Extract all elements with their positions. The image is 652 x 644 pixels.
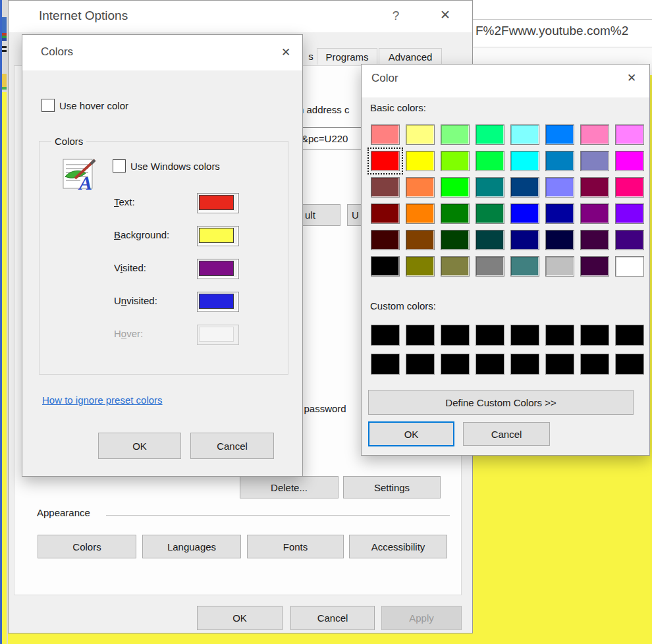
colors-cancel-button[interactable]: Cancel <box>190 433 274 459</box>
appearance-fonts-button[interactable]: Fonts <box>247 535 344 558</box>
basic-color-ffffff[interactable] <box>615 256 644 277</box>
basic-color-00ff40[interactable] <box>475 151 504 171</box>
basic-color-800080[interactable] <box>580 203 609 224</box>
basic-color-008080[interactable] <box>475 177 504 198</box>
basic-color-ff80ff[interactable] <box>615 124 644 145</box>
basic-color-8000ff[interactable] <box>615 203 644 224</box>
tab-s[interactable]: s <box>304 48 318 65</box>
appearance-languages-button[interactable]: Languages <box>142 535 241 558</box>
toolbar-icon-fragment-black1 <box>2 46 7 48</box>
basic-color-808080[interactable] <box>475 256 504 277</box>
settings-button[interactable]: Settings <box>343 476 441 498</box>
color-swatch-button[interactable] <box>197 193 239 213</box>
basic-color-004040[interactable] <box>475 230 504 250</box>
basic-color-400000[interactable] <box>371 230 400 250</box>
colors-ok-button[interactable]: OK <box>98 433 181 459</box>
basic-color-ff8000[interactable] <box>406 203 435 224</box>
basic-color-008000[interactable] <box>441 203 470 224</box>
basic-color-004080[interactable] <box>510 177 539 198</box>
custom-color-swatch[interactable] <box>441 325 470 346</box>
basic-color-ff0000[interactable] <box>371 151 400 171</box>
basic-color-80ff00[interactable] <box>441 151 470 171</box>
custom-color-swatch[interactable] <box>441 354 470 375</box>
custom-color-swatch[interactable] <box>615 354 644 375</box>
colors-close-icon[interactable]: ✕ <box>277 45 294 60</box>
close-icon[interactable]: ✕ <box>437 8 454 22</box>
basic-color-808000[interactable] <box>406 256 435 277</box>
basic-color-800000[interactable] <box>371 203 400 224</box>
basic-color-808040[interactable] <box>441 256 470 277</box>
basic-color-c0c0c0[interactable] <box>545 256 574 277</box>
basic-color-408080[interactable] <box>510 256 539 277</box>
basic-color-000080[interactable] <box>510 230 539 250</box>
basic-color-80ff80[interactable] <box>441 124 470 145</box>
basic-color-00ff00[interactable] <box>441 177 470 198</box>
custom-color-swatch[interactable] <box>615 325 644 346</box>
basic-color-0080c0[interactable] <box>545 151 574 171</box>
basic-color-ff80c0[interactable] <box>580 124 609 145</box>
color-setting-row: Unvisited: <box>22 292 302 314</box>
custom-color-swatch[interactable] <box>545 325 574 346</box>
basic-color-400040[interactable] <box>580 256 609 277</box>
basic-color-ff8040[interactable] <box>406 177 435 198</box>
basic-color-8080c0[interactable] <box>580 151 609 171</box>
toolbar-icon-fragment-yellow <box>2 74 7 87</box>
color-swatch-button[interactable] <box>197 226 239 246</box>
basic-color-0000ff[interactable] <box>510 203 539 224</box>
basic-color-ff8080[interactable] <box>371 124 400 145</box>
use-hover-color-checkbox[interactable] <box>41 99 55 112</box>
custom-color-swatch[interactable] <box>510 325 539 346</box>
toolbar-icon-fragment-navy <box>2 38 7 41</box>
custom-color-swatch[interactable] <box>371 325 400 346</box>
basic-color-804000[interactable] <box>406 230 435 250</box>
color-cancel-button[interactable]: Cancel <box>463 422 550 446</box>
basic-color-008040[interactable] <box>475 203 504 224</box>
appearance-accessibility-button[interactable]: Accessibility <box>349 535 447 558</box>
color-swatch-button[interactable] <box>197 259 239 279</box>
custom-color-swatch[interactable] <box>475 325 504 346</box>
use-hover-color-label: Use hover color <box>59 100 128 111</box>
basic-color-ff00ff[interactable] <box>615 151 644 171</box>
custom-color-swatch[interactable] <box>510 354 539 375</box>
io-cancel-button[interactable]: Cancel <box>290 606 375 630</box>
color-swatch-button[interactable] <box>197 292 239 312</box>
basic-color-ffff80[interactable] <box>406 124 435 145</box>
basic-color-ff0080[interactable] <box>615 177 644 198</box>
basic-color-000040[interactable] <box>545 230 574 250</box>
color-setting-row: Hover: <box>22 325 302 347</box>
basic-color-800040[interactable] <box>580 177 609 198</box>
custom-color-swatch[interactable] <box>371 354 400 375</box>
basic-color-000000[interactable] <box>371 256 400 277</box>
use-windows-colors-checkbox[interactable] <box>113 159 126 173</box>
ignore-preset-colors-link[interactable]: How to ignore preset colors <box>42 394 163 406</box>
url-text[interactable]: F%2Fwww.youtube.com%2 <box>475 24 628 38</box>
custom-color-swatch[interactable] <box>406 354 435 375</box>
color-picker-close-icon[interactable]: ✕ <box>623 71 640 86</box>
tab-advanced[interactable]: Advanced <box>379 48 442 65</box>
basic-color-400080[interactable] <box>615 230 644 250</box>
browser-address-bar[interactable]: F%2Fwww.youtube.com%2 <box>472 0 652 48</box>
basic-color-00ff80[interactable] <box>475 124 504 145</box>
basic-color-400040[interactable] <box>580 230 609 250</box>
custom-color-swatch[interactable] <box>545 354 574 375</box>
custom-color-swatch[interactable] <box>406 325 435 346</box>
appearance-colors-button[interactable]: Colors <box>38 535 136 558</box>
basic-color-0000a0[interactable] <box>545 203 574 224</box>
basic-color-00ffff[interactable] <box>510 151 539 171</box>
basic-color-004000[interactable] <box>441 230 470 250</box>
basic-color-0080ff[interactable] <box>545 124 574 145</box>
custom-color-swatch[interactable] <box>475 354 504 375</box>
io-ok-button[interactable]: OK <box>197 606 283 630</box>
delete-button[interactable]: Delete... <box>240 476 339 498</box>
basic-color-8080ff[interactable] <box>545 177 574 198</box>
custom-color-swatch[interactable] <box>580 354 609 375</box>
tab-programs[interactable]: Programs <box>317 48 377 65</box>
custom-color-swatch[interactable] <box>580 325 609 346</box>
color-picker-title: Color <box>371 72 398 85</box>
basic-color-ffff00[interactable] <box>406 151 435 171</box>
help-icon[interactable]: ? <box>388 9 404 23</box>
basic-color-804040[interactable] <box>371 177 400 198</box>
basic-color-80ffff[interactable] <box>510 124 539 145</box>
color-ok-button[interactable]: OK <box>368 421 454 446</box>
define-custom-colors-button[interactable]: Define Custom Colors >> <box>368 390 634 415</box>
